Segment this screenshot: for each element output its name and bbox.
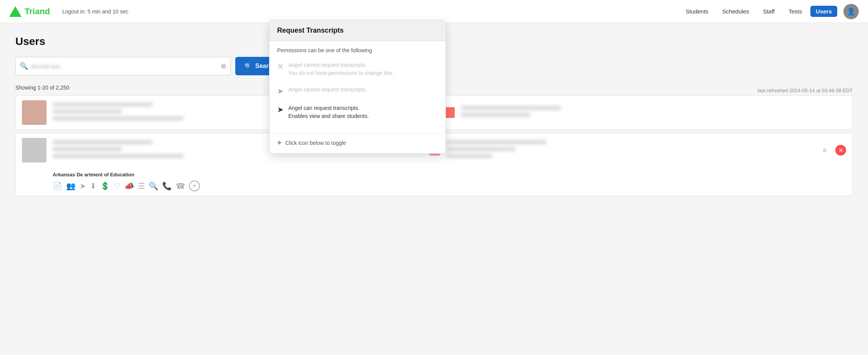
avatar[interactable]: 👤 <box>843 4 859 19</box>
user-right-detail <box>446 140 546 144</box>
users-icon[interactable]: 👥 <box>66 181 76 191</box>
popup-option-2-text: Angel cannot request transcripts. <box>288 86 367 94</box>
header: Triand Logout in: 5 min and 10 sec Stude… <box>0 0 868 23</box>
download-icon[interactable]: ⬇ <box>90 181 96 191</box>
count-badge: 0 <box>823 148 826 153</box>
nav-schedules[interactable]: Schedules <box>717 6 755 17</box>
popup-header: Request Transcripts <box>269 20 446 41</box>
popup-option-1: ✕ Angel cannot request transcripts. You … <box>277 60 438 79</box>
popup-footer: ⌖ Click icon below to toggle <box>269 133 446 153</box>
avatar <box>22 138 47 163</box>
phone-alt-icon[interactable]: ☎ <box>176 181 185 191</box>
clear-icon[interactable]: ⊗ <box>221 62 226 70</box>
user-name <box>53 140 153 144</box>
user-detail <box>53 109 122 114</box>
last-refreshed: last refreshed 2024-05-14 at 03:46:38 ED… <box>758 88 853 93</box>
user-right-detail2 <box>446 147 515 151</box>
popup-option-3[interactable]: ➤ Angel can request transcripts. Enables… <box>277 103 438 122</box>
user-right-detail <box>461 106 561 110</box>
add-icon[interactable]: + <box>189 181 200 191</box>
logo-area: Triand <box>9 6 50 17</box>
popup-option-3-text: Angel can request transcripts. Enables v… <box>288 104 369 120</box>
request-transcripts-popup: Request Transcripts Permissions can be o… <box>269 20 446 154</box>
search-input-wrapper: 🔍 ⊗ <box>15 57 231 75</box>
avatar <box>22 100 47 125</box>
send-icon[interactable]: ➤ <box>80 181 86 191</box>
arrow-disabled-icon: ➤ <box>277 86 284 96</box>
nav-tests[interactable]: Tests <box>783 6 807 17</box>
user-detail2 <box>53 154 183 158</box>
megaphone-icon[interactable]: 📣 <box>125 181 134 191</box>
cursor-icon: ⌖ <box>277 138 281 147</box>
user-right-detail3 <box>446 154 492 158</box>
search-input[interactable] <box>31 63 218 70</box>
search-icon: 🔍 <box>20 62 28 70</box>
action-icons-row: 📄 👥 ➤ ⬇ 💲 ♡ 📣 ☰ 🔍 📞 ☎ + <box>53 181 846 191</box>
user-right <box>446 140 817 161</box>
search-icon[interactable]: 🔍 <box>149 181 158 191</box>
close-button[interactable]: ✕ <box>835 145 846 156</box>
nav-users[interactable]: Users <box>810 6 837 17</box>
popup-description: Permissions can be one of the following <box>277 47 438 53</box>
document-icon[interactable]: 📄 <box>53 181 62 191</box>
list-icon[interactable]: ☰ <box>138 181 145 191</box>
header-nav: Students Schedules Staff Tests Users 👤 <box>680 4 859 19</box>
user-detail <box>53 147 122 151</box>
user-name <box>53 102 153 107</box>
popup-footer-text: Click icon below to toggle <box>285 140 346 146</box>
user-right <box>461 106 846 119</box>
popup-body: Permissions can be one of the following … <box>269 41 446 133</box>
logout-text: Logout in: 5 min and 10 sec <box>62 8 128 15</box>
heart-icon[interactable]: ♡ <box>114 181 121 191</box>
org-label: Arkansas De artment of Education <box>53 172 846 178</box>
logo-text: Triand <box>25 7 50 17</box>
popup-option-1-text: Angel cannot request transcripts. You do… <box>288 61 394 77</box>
nav-students[interactable]: Students <box>680 6 713 17</box>
phone-icon[interactable]: 📞 <box>162 181 172 191</box>
user-detail2 <box>53 116 183 121</box>
nav-staff[interactable]: Staff <box>758 6 780 17</box>
popup-option-2: ➤ Angel cannot request transcripts. <box>277 84 438 97</box>
user-right-detail2 <box>461 113 530 117</box>
dollar-icon[interactable]: 💲 <box>100 181 110 191</box>
logo-triangle-icon <box>9 6 22 17</box>
popup-title: Request Transcripts <box>277 27 344 34</box>
search-button-icon: 🔍 <box>244 63 252 70</box>
arrow-active-icon[interactable]: ➤ <box>277 105 284 114</box>
x-disabled-icon: ✕ <box>277 62 284 71</box>
